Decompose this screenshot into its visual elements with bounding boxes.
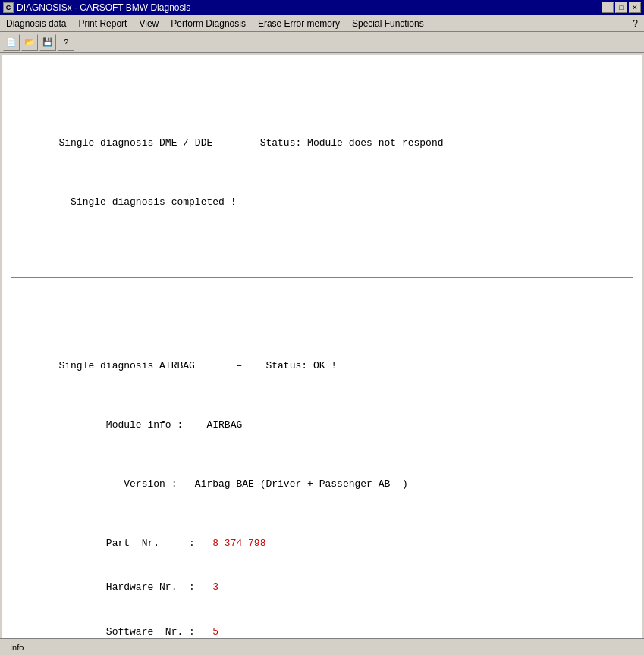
menu-perform-diagnosis[interactable]: Perform Diagnosis bbox=[165, 17, 252, 30]
close-button[interactable]: ✕ bbox=[629, 2, 641, 13]
diagnosis-output: Single diagnosis DME / DDE – Status: Mod… bbox=[11, 61, 633, 655]
airbag-sw-nr-value: 5 bbox=[212, 626, 218, 638]
menu-special-functions[interactable]: Special Functions bbox=[346, 17, 430, 30]
info-button-label: Info bbox=[10, 643, 24, 652]
airbag-version-label: Version : Airbag BAE (Driver + Passenger… bbox=[58, 478, 407, 490]
menu-erase-error-memory[interactable]: Erase Error memory bbox=[252, 17, 346, 30]
new-icon: 📄 bbox=[6, 37, 17, 47]
info-button[interactable]: Info bbox=[3, 641, 30, 653]
dme-completed: – Single diagnosis completed ! bbox=[58, 196, 236, 208]
maximize-button[interactable]: □ bbox=[615, 2, 627, 13]
dme-header: Single diagnosis DME / DDE – Status: Mod… bbox=[58, 137, 443, 149]
airbag-header: Single diagnosis AIRBAG – Status: OK ! bbox=[58, 360, 337, 371]
window-controls: _ □ ✕ bbox=[602, 2, 641, 13]
airbag-sw-nr-label: Software Nr. : bbox=[58, 626, 212, 638]
new-button[interactable]: 📄 bbox=[3, 34, 20, 51]
menu-diagnosis-data[interactable]: Diagnosis data bbox=[0, 17, 72, 30]
title-bar: C DIAGNOSISx - CARSOFT BMW Diagnosis _ □… bbox=[0, 0, 644, 15]
window-title: DIAGNOSISx - CARSOFT BMW Diagnosis bbox=[17, 2, 602, 13]
window: C DIAGNOSISx - CARSOFT BMW Diagnosis _ □… bbox=[0, 0, 644, 655]
menu-print-report[interactable]: Print Report bbox=[72, 17, 133, 30]
airbag-hw-nr-label: Hardware Nr. : bbox=[58, 581, 212, 593]
toolbar: 📄 📂 💾 ? bbox=[0, 32, 644, 53]
minimize-button[interactable]: _ bbox=[602, 2, 614, 13]
menu-help[interactable]: ? bbox=[627, 17, 644, 30]
help-button[interactable]: ? bbox=[58, 34, 74, 51]
section-dme-dde: Single diagnosis DME / DDE – Status: Mod… bbox=[11, 121, 633, 224]
save-icon: 💾 bbox=[42, 37, 53, 47]
airbag-hw-nr-value: 3 bbox=[212, 581, 218, 593]
status-bar: Info bbox=[0, 638, 644, 655]
app-icon: C bbox=[3, 2, 14, 13]
section-airbag: Single diagnosis AIRBAG – Status: OK ! M… bbox=[11, 343, 633, 655]
menu-view[interactable]: View bbox=[133, 17, 165, 30]
menu-bar: Diagnosis data Print Report View Perform… bbox=[0, 15, 644, 32]
content-area[interactable]: Single diagnosis DME / DDE – Status: Mod… bbox=[2, 55, 642, 655]
divider-1 bbox=[11, 277, 633, 278]
airbag-module-info-label: Module info : AIRBAG bbox=[58, 419, 242, 431]
help-icon: ? bbox=[64, 38, 68, 47]
airbag-part-nr-label: Part Nr. : bbox=[58, 537, 212, 549]
open-button[interactable]: 📂 bbox=[21, 34, 38, 51]
airbag-part-nr-value: 8 374 798 bbox=[212, 537, 265, 549]
save-button[interactable]: 💾 bbox=[39, 34, 56, 51]
open-icon: 📂 bbox=[24, 37, 35, 47]
